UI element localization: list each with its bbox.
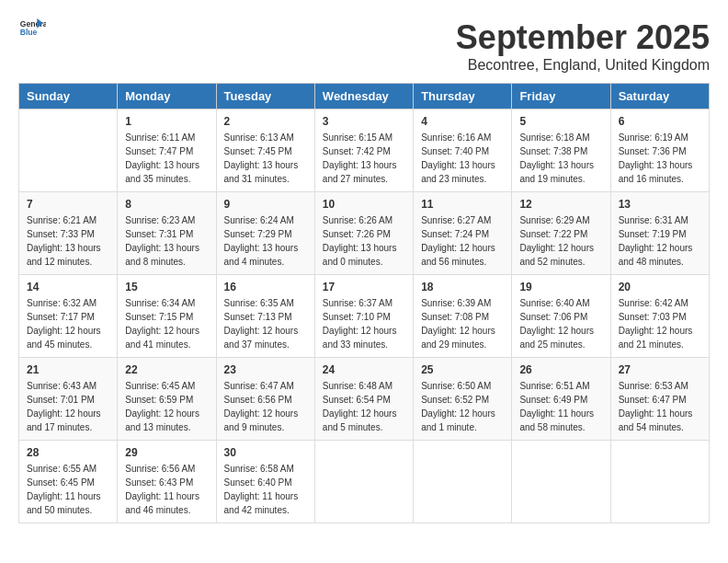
calendar-cell: 16Sunrise: 6:35 AM Sunset: 7:13 PM Dayli… (216, 275, 314, 358)
calendar-cell: 26Sunrise: 6:51 AM Sunset: 6:49 PM Dayli… (512, 358, 610, 441)
calendar-table: SundayMondayTuesdayWednesdayThursdayFrid… (18, 83, 710, 523)
calendar-cell (512, 441, 610, 523)
day-number: 4 (421, 115, 504, 128)
day-info: Sunrise: 6:29 AM Sunset: 7:22 PM Dayligh… (519, 213, 602, 269)
day-number: 27 (619, 363, 701, 376)
weekday-header-row: SundayMondayTuesdayWednesdayThursdayFrid… (19, 84, 710, 109)
day-number: 18 (421, 281, 504, 293)
calendar-cell: 4Sunrise: 6:16 AM Sunset: 7:40 PM Daylig… (414, 109, 512, 192)
weekday-header-saturday: Saturday (610, 84, 709, 109)
day-number: 22 (125, 363, 208, 376)
day-number: 11 (421, 198, 504, 211)
calendar-cell: 10Sunrise: 6:26 AM Sunset: 7:26 PM Dayli… (314, 192, 413, 275)
day-number: 30 (224, 446, 307, 459)
calendar-cell: 6Sunrise: 6:19 AM Sunset: 7:36 PM Daylig… (610, 109, 709, 192)
day-number: 1 (125, 115, 208, 128)
calendar-cell: 19Sunrise: 6:40 AM Sunset: 7:06 PM Dayli… (512, 275, 610, 358)
day-number: 24 (323, 363, 405, 376)
calendar-cell: 8Sunrise: 6:23 AM Sunset: 7:31 PM Daylig… (118, 192, 216, 275)
day-number: 15 (125, 281, 208, 293)
weekday-header-monday: Monday (118, 84, 216, 109)
week-row-2: 7Sunrise: 6:21 AM Sunset: 7:33 PM Daylig… (19, 192, 710, 275)
day-info: Sunrise: 6:13 AM Sunset: 7:45 PM Dayligh… (224, 131, 307, 186)
calendar-cell: 15Sunrise: 6:34 AM Sunset: 7:15 PM Dayli… (118, 275, 216, 358)
calendar-cell: 14Sunrise: 6:32 AM Sunset: 7:17 PM Dayli… (19, 275, 118, 358)
weekday-header-sunday: Sunday (19, 84, 118, 109)
day-info: Sunrise: 6:53 AM Sunset: 6:47 PM Dayligh… (619, 379, 701, 434)
calendar-cell: 17Sunrise: 6:37 AM Sunset: 7:10 PM Dayli… (314, 275, 413, 358)
day-info: Sunrise: 6:21 AM Sunset: 7:33 PM Dayligh… (27, 213, 109, 269)
day-number: 16 (224, 281, 307, 293)
calendar-cell: 28Sunrise: 6:55 AM Sunset: 6:45 PM Dayli… (19, 441, 118, 523)
day-info: Sunrise: 6:50 AM Sunset: 6:52 PM Dayligh… (421, 379, 504, 434)
calendar-cell: 22Sunrise: 6:45 AM Sunset: 6:59 PM Dayli… (118, 358, 216, 441)
calendar-cell: 23Sunrise: 6:47 AM Sunset: 6:56 PM Dayli… (216, 358, 314, 441)
day-info: Sunrise: 6:11 AM Sunset: 7:47 PM Dayligh… (125, 131, 208, 186)
day-info: Sunrise: 6:42 AM Sunset: 7:03 PM Dayligh… (619, 296, 701, 351)
day-number: 7 (27, 198, 109, 211)
day-number: 23 (224, 363, 307, 376)
calendar-cell: 24Sunrise: 6:48 AM Sunset: 6:54 PM Dayli… (314, 358, 413, 441)
calendar-cell: 27Sunrise: 6:53 AM Sunset: 6:47 PM Dayli… (610, 358, 709, 441)
week-row-4: 21Sunrise: 6:43 AM Sunset: 7:01 PM Dayli… (19, 358, 710, 441)
day-number: 28 (27, 446, 109, 459)
day-info: Sunrise: 6:19 AM Sunset: 7:36 PM Dayligh… (619, 131, 701, 186)
logo-icon: General Blue (18, 18, 46, 37)
day-info: Sunrise: 6:56 AM Sunset: 6:43 PM Dayligh… (125, 462, 208, 517)
day-number: 6 (619, 115, 701, 128)
calendar-cell: 21Sunrise: 6:43 AM Sunset: 7:01 PM Dayli… (19, 358, 118, 441)
calendar-cell: 20Sunrise: 6:42 AM Sunset: 7:03 PM Dayli… (610, 275, 709, 358)
day-number: 29 (125, 446, 208, 459)
day-info: Sunrise: 6:27 AM Sunset: 7:24 PM Dayligh… (421, 213, 504, 269)
calendar-cell: 30Sunrise: 6:58 AM Sunset: 6:40 PM Dayli… (216, 441, 314, 523)
week-row-3: 14Sunrise: 6:32 AM Sunset: 7:17 PM Dayli… (19, 275, 710, 358)
day-info: Sunrise: 6:55 AM Sunset: 6:45 PM Dayligh… (27, 462, 109, 517)
calendar-cell: 29Sunrise: 6:56 AM Sunset: 6:43 PM Dayli… (118, 441, 216, 523)
weekday-header-tuesday: Tuesday (216, 84, 314, 109)
day-number: 25 (421, 363, 504, 376)
week-row-5: 28Sunrise: 6:55 AM Sunset: 6:45 PM Dayli… (19, 441, 710, 523)
day-info: Sunrise: 6:47 AM Sunset: 6:56 PM Dayligh… (224, 379, 307, 434)
day-info: Sunrise: 6:37 AM Sunset: 7:10 PM Dayligh… (323, 296, 405, 351)
logo: General Blue (18, 18, 46, 37)
day-number: 9 (224, 198, 307, 211)
calendar-cell: 12Sunrise: 6:29 AM Sunset: 7:22 PM Dayli… (512, 192, 610, 275)
svg-text:Blue: Blue (20, 28, 38, 37)
day-number: 14 (27, 281, 109, 293)
day-number: 26 (519, 363, 602, 376)
day-number: 19 (519, 281, 602, 293)
day-number: 10 (323, 198, 405, 211)
day-number: 12 (519, 198, 602, 211)
day-info: Sunrise: 6:23 AM Sunset: 7:31 PM Dayligh… (125, 213, 208, 269)
calendar-cell: 5Sunrise: 6:18 AM Sunset: 7:38 PM Daylig… (512, 109, 610, 192)
day-number: 3 (323, 115, 405, 128)
day-info: Sunrise: 6:51 AM Sunset: 6:49 PM Dayligh… (519, 379, 602, 434)
day-info: Sunrise: 6:26 AM Sunset: 7:26 PM Dayligh… (323, 213, 405, 269)
calendar-cell (314, 441, 413, 523)
day-number: 8 (125, 198, 208, 211)
day-number: 21 (27, 363, 109, 376)
day-info: Sunrise: 6:31 AM Sunset: 7:19 PM Dayligh… (619, 213, 701, 269)
day-info: Sunrise: 6:43 AM Sunset: 7:01 PM Dayligh… (27, 379, 109, 434)
calendar-cell: 2Sunrise: 6:13 AM Sunset: 7:45 PM Daylig… (216, 109, 314, 192)
calendar-cell: 7Sunrise: 6:21 AM Sunset: 7:33 PM Daylig… (19, 192, 118, 275)
calendar-cell (19, 109, 118, 192)
title-section: September 2025 Becontree, England, Unite… (456, 18, 710, 74)
day-info: Sunrise: 6:39 AM Sunset: 7:08 PM Dayligh… (421, 296, 504, 351)
day-number: 13 (619, 198, 701, 211)
calendar-cell (414, 441, 512, 523)
day-number: 20 (619, 281, 701, 293)
calendar-cell: 1Sunrise: 6:11 AM Sunset: 7:47 PM Daylig… (118, 109, 216, 192)
day-info: Sunrise: 6:15 AM Sunset: 7:42 PM Dayligh… (323, 131, 405, 186)
month-title: September 2025 (456, 18, 710, 57)
day-info: Sunrise: 6:34 AM Sunset: 7:15 PM Dayligh… (125, 296, 208, 351)
day-info: Sunrise: 6:58 AM Sunset: 6:40 PM Dayligh… (224, 462, 307, 517)
day-info: Sunrise: 6:32 AM Sunset: 7:17 PM Dayligh… (27, 296, 109, 351)
day-info: Sunrise: 6:16 AM Sunset: 7:40 PM Dayligh… (421, 131, 504, 186)
day-info: Sunrise: 6:24 AM Sunset: 7:29 PM Dayligh… (224, 213, 307, 269)
day-number: 5 (519, 115, 602, 128)
day-info: Sunrise: 6:45 AM Sunset: 6:59 PM Dayligh… (125, 379, 208, 434)
page-header: General Blue September 2025 Becontree, E… (18, 18, 710, 74)
location-title: Becontree, England, United Kingdom (456, 57, 710, 74)
day-info: Sunrise: 6:35 AM Sunset: 7:13 PM Dayligh… (224, 296, 307, 351)
